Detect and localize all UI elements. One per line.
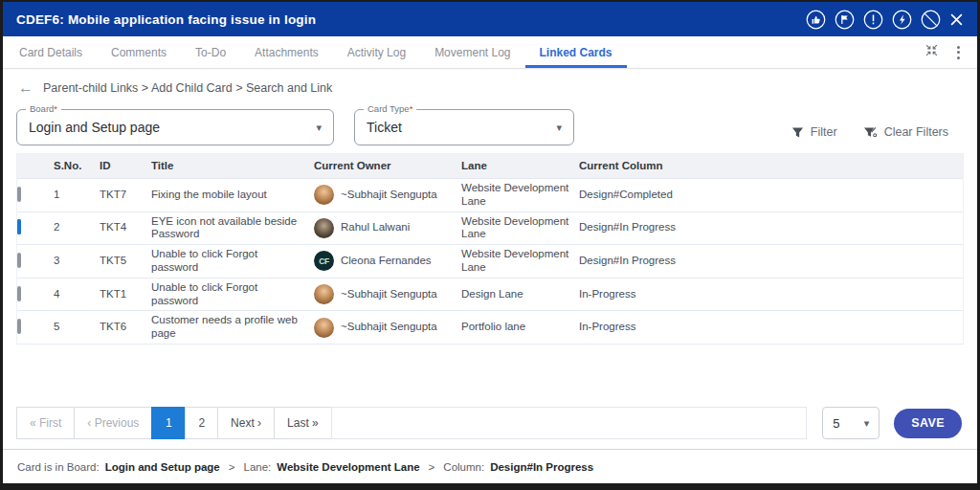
cell-column: Design#In Progress [577,252,963,271]
table-row: 2 TKT4 EYE icon not available beside Pas… [17,212,963,246]
cell-title: EYE icon not available beside Password [149,212,312,245]
status-board-label: Card is in Board: [17,461,100,473]
page-size-value: 5 [833,416,839,431]
cell-owner: ~Subhajit Sengupta [341,321,437,334]
cell-sno: 2 [52,218,98,237]
linked-cards-table: S.No. ID Title Current Owner Lane Curren… [16,153,964,345]
status-lane-label: Lane: [244,461,272,473]
page-size-select[interactable]: 5 ▾ [822,407,880,439]
table-row: 3 TKT5 Unable to click Forgot password C… [17,245,963,278]
card-title: CDEF6: Mobile application facing issue i… [16,12,806,27]
row-checkbox[interactable] [17,253,21,268]
collapse-icon[interactable] [924,43,939,61]
header-title: Title [149,157,312,176]
tab-attachments[interactable]: Attachments [240,36,333,68]
tab-to-do[interactable]: To-Do [181,36,240,68]
tab-actions [924,36,977,68]
row-checkbox[interactable] [17,187,21,202]
funnel-slash-icon [863,126,878,139]
row-checkbox[interactable] [17,319,21,334]
cell-sno: 4 [52,285,98,304]
header-checkbox-col [17,164,52,169]
titlebar-actions [806,10,964,30]
kebab-menu-icon[interactable] [955,44,962,61]
tab-activity-log[interactable]: Activity Log [333,36,420,68]
table-row: 1 TKT7 Fixing the mobile layout ~Subhaji… [17,179,963,212]
pagination-first-button[interactable]: « First [16,407,75,439]
breadcrumb: ← Parent-child Links > Add Child Card > … [18,80,977,96]
flag-icon[interactable] [835,10,855,30]
cell-owner: Rahul Lalwani [341,221,410,234]
pagination-last-button[interactable]: Last » [274,407,332,439]
save-button[interactable]: SAVE [894,409,962,438]
cell-sno: 3 [52,252,98,271]
cell-owner: Cleona Fernandes [341,255,432,268]
cell-lane: Website Development Lane [459,179,577,212]
card-detail-modal: CDEF6: Mobile application facing issue i… [0,0,980,490]
header-column: Current Column [577,157,963,176]
like-icon[interactable] [806,10,826,30]
alert-icon[interactable] [863,10,883,30]
filter-tools: Filter Clear Filters [791,125,948,139]
cell-title: Unable to click Forgot password [149,245,312,278]
board-select-label: Board* [26,103,61,114]
clear-filters-button[interactable]: Clear Filters [863,125,948,139]
cell-column: In-Progress [577,285,963,304]
block-icon[interactable] [921,10,941,30]
avatar: CF [314,251,334,271]
cell-id: TKT5 [98,252,149,271]
pagination-page-1-button[interactable]: 1 [151,407,186,439]
funnel-icon [791,126,804,139]
bolt-icon[interactable] [892,10,912,30]
chevron-down-icon: ▾ [864,417,870,430]
row-checkbox[interactable] [17,286,21,301]
avatar [314,318,334,338]
pagination-previous-button[interactable]: ‹ Previous [74,407,152,439]
avatar [314,218,334,238]
cell-id: TKT4 [98,218,149,237]
board-select-value: Login and Setup page [29,120,306,135]
cell-title: Fixing the mobile layout [149,186,312,205]
status-separator: > [229,461,235,473]
row-checkbox[interactable] [17,219,21,234]
header-lane: Lane [459,157,577,176]
modal-titlebar: CDEF6: Mobile application facing issue i… [3,2,977,36]
filter-button[interactable]: Filter [791,125,837,139]
cell-lane: Website Development Lane [459,212,577,245]
tab-linked-cards[interactable]: Linked Cards [525,36,627,68]
card-type-select-value: Ticket [367,120,546,135]
header-id: ID [98,157,149,176]
board-select[interactable]: Board* Login and Setup page ▾ [16,109,334,145]
footer-row: « First ‹ Previous 1 2 Next › Last » 5 ▾… [16,407,962,439]
table-row: 5 TKT6 Customer needs a profile web page… [17,311,963,345]
card-type-select[interactable]: Card Type* Ticket ▾ [354,109,574,145]
status-separator: > [429,461,435,473]
cell-lane: Website Development Lane [459,245,577,278]
pagination-filler [331,407,808,439]
cell-id: TKT7 [98,186,149,205]
cell-sno: 5 [52,318,98,337]
close-icon[interactable] [949,12,964,27]
status-board-value: Login and Setup page [105,461,220,473]
status-column-value: Design#In Progress [490,461,593,473]
cell-title: Unable to click Forgot password [149,278,312,311]
back-arrow-icon[interactable]: ← [18,80,33,96]
cell-owner: ~Subhajit Sengupta [341,189,437,202]
cell-id: TKT1 [98,285,149,304]
tab-comments[interactable]: Comments [97,36,181,68]
pagination-page-2-button[interactable]: 2 [185,407,218,439]
breadcrumb-path: Parent-child Links > Add Child Card > Se… [43,81,332,95]
cell-lane: Design Lane [459,285,577,304]
chevron-down-icon: ▾ [556,122,562,134]
pagination-next-button[interactable]: Next › [217,407,275,439]
header-sno: S.No. [52,157,98,176]
cell-column: Design#Completed [577,186,963,205]
cell-title: Customer needs a profile web page [149,311,312,344]
tab-bar: Card Details Comments To-Do Attachments … [3,36,977,69]
status-bar: Card is in Board: Login and Setup page >… [3,449,977,483]
header-owner: Current Owner [312,157,459,176]
tab-card-details[interactable]: Card Details [5,36,97,68]
cell-sno: 1 [52,186,98,205]
tab-movement-log[interactable]: Movement Log [420,36,524,68]
avatar [314,185,334,205]
